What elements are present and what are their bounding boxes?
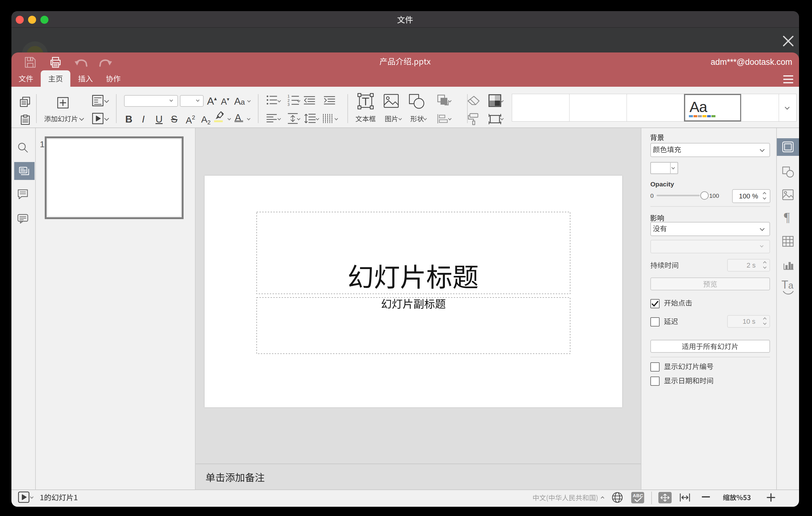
svg-text:1: 1 xyxy=(288,94,290,98)
svg-text:2: 2 xyxy=(288,98,290,103)
svg-text:3: 3 xyxy=(288,103,290,106)
